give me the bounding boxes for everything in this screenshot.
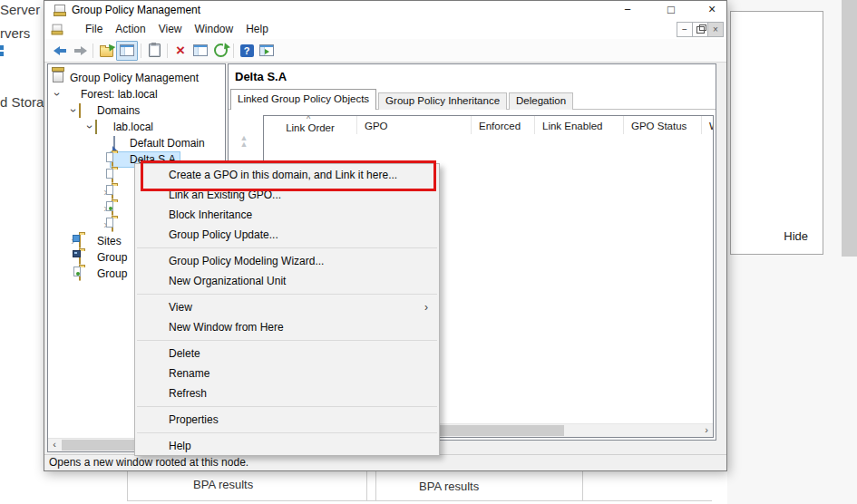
refresh-button[interactable] xyxy=(210,42,230,60)
gpmc-app-icon xyxy=(54,5,66,16)
menu-item-new-organizational-unit[interactable]: New Organizational Unit xyxy=(135,271,439,291)
menu-item-delete[interactable]: Delete xyxy=(135,344,439,363)
bpa-results-label: BPA results xyxy=(193,478,253,491)
bpa-table-divider xyxy=(127,471,128,501)
background-scroll-strip xyxy=(842,0,857,257)
refresh-icon xyxy=(214,44,228,57)
new-window-icon xyxy=(259,44,274,56)
delete-button[interactable]: × xyxy=(170,42,190,60)
menu-item-group-policy-update[interactable]: Group Policy Update... xyxy=(135,225,439,245)
domain-icon xyxy=(95,120,97,134)
context-menu: Create a GPO in this domain, and Link it… xyxy=(134,163,440,456)
help-icon: ? xyxy=(240,44,254,57)
ou-folder-icon xyxy=(112,218,113,232)
folder-up-icon xyxy=(100,47,113,57)
bpa-results-label: BPA results xyxy=(419,480,479,493)
mdi-child-icon xyxy=(52,24,63,34)
forward-button[interactable] xyxy=(70,42,90,60)
menu-item-rename[interactable]: Rename xyxy=(135,363,439,383)
clipboard-icon xyxy=(149,44,161,57)
scrollbar-thumb[interactable] xyxy=(433,425,564,436)
menu-view[interactable]: View xyxy=(152,23,189,35)
mdi-close-button[interactable]: × xyxy=(707,22,724,37)
mdi-minimize-button[interactable]: − xyxy=(677,22,693,37)
sidebar-item-fragment-rvers[interactable]: rvers xyxy=(0,25,30,41)
properties-button[interactable] xyxy=(190,42,210,60)
bpa-table-divider xyxy=(582,471,583,501)
maximize-button[interactable]: □ xyxy=(663,2,679,17)
hide-button[interactable]: Hide xyxy=(784,229,808,243)
menu-action[interactable]: Action xyxy=(109,23,151,35)
menu-item-refresh[interactable]: Refresh xyxy=(135,383,439,403)
background-detail-panel: Hide xyxy=(730,11,823,255)
properties-window-icon xyxy=(193,44,208,56)
tree-item-label: Domains xyxy=(97,104,140,117)
tab-strip: Linked Group Policy Objects Group Policy… xyxy=(230,90,575,110)
tree-item-forest-lab-local[interactable]: › Forest: lab.local xyxy=(48,86,225,102)
scroll-left-arrow[interactable]: ‹ xyxy=(48,439,61,451)
menu-item-label: View xyxy=(169,301,192,314)
tab-group-policy-inheritance[interactable]: Group Policy Inheritance xyxy=(378,92,507,110)
column-header-wmi[interactable]: W xyxy=(702,116,714,134)
annotation-highlight-box xyxy=(141,160,436,191)
tree-item-label: Group xyxy=(97,267,127,280)
minimize-button[interactable]: − xyxy=(619,2,636,17)
console-tree-icon xyxy=(120,44,134,56)
tree-item-domains[interactable]: › Domains xyxy=(48,102,225,119)
column-header-link-order[interactable]: ^ Link Order xyxy=(264,116,357,134)
tree-item-label: Group xyxy=(97,251,127,264)
menu-separator xyxy=(137,247,437,248)
toolbar-separator xyxy=(167,44,168,58)
gpo-link-icon xyxy=(113,136,115,150)
tree-item-group-policy-management[interactable]: Group Policy Management xyxy=(48,70,225,86)
menu-separator xyxy=(137,340,437,341)
mdi-restore-button[interactable] xyxy=(692,22,708,37)
menu-file[interactable]: File xyxy=(79,23,109,35)
column-header-gpo-status[interactable]: GPO Status xyxy=(624,116,702,134)
sort-ascending-icon: ^ xyxy=(307,116,310,123)
ou-folder-icon xyxy=(112,185,113,199)
new-window-button[interactable] xyxy=(257,42,277,60)
menu-separator xyxy=(137,294,437,295)
move-link-up-icon[interactable]: ▲ ▲ xyxy=(236,135,252,148)
menu-item-help[interactable]: Help xyxy=(135,436,439,456)
back-button[interactable] xyxy=(50,42,70,60)
up-one-level-button[interactable] xyxy=(96,42,116,60)
toolbar: × ? xyxy=(44,39,726,63)
partial-icon-fragment xyxy=(0,45,4,56)
menu-item-modeling-wizard[interactable]: Group Policy Modeling Wizard... xyxy=(135,251,439,271)
show-console-tree-toggle[interactable] xyxy=(116,41,138,61)
page-title: Delta S.A xyxy=(235,70,287,83)
menu-separator xyxy=(137,406,437,407)
tree-item-label: Forest: lab.local xyxy=(81,88,158,101)
tree-item-label: lab.local xyxy=(113,121,153,133)
toolbar-separator xyxy=(141,44,141,58)
menu-window[interactable]: Window xyxy=(189,23,240,35)
tree-item-label: Default Domain xyxy=(130,137,205,150)
tree-item-lab-local[interactable]: › lab.local xyxy=(48,119,225,135)
scrollbar-thumb[interactable] xyxy=(62,440,143,451)
list-header-row: ^ Link Order GPO Enforced Link Enabled G… xyxy=(264,116,713,134)
menu-item-properties[interactable]: Properties xyxy=(135,410,439,430)
scroll-right-arrow[interactable]: › xyxy=(700,424,713,436)
status-bar: Opens a new window rooted at this node. xyxy=(44,454,726,470)
tab-delegation[interactable]: Delegation xyxy=(509,92,573,110)
column-header-gpo[interactable]: GPO xyxy=(357,116,472,134)
tab-linked-group-policy-objects[interactable]: Linked Group Policy Objects xyxy=(230,89,376,110)
menu-item-new-window-from-here[interactable]: New Window from Here xyxy=(135,317,439,337)
column-header-link-enabled[interactable]: Link Enabled xyxy=(535,116,624,134)
export-list-button[interactable] xyxy=(144,42,164,60)
bpa-table-divider xyxy=(127,500,712,501)
sidebar-item-fragment-server[interactable]: Server xyxy=(0,2,40,17)
play-icon xyxy=(265,49,269,54)
help-button[interactable]: ? xyxy=(237,42,257,60)
menu-item-block-inheritance[interactable]: Block Inheritance xyxy=(135,205,439,225)
results-folder-icon xyxy=(79,267,81,281)
menu-help[interactable]: Help xyxy=(239,23,275,35)
ou-folder-icon xyxy=(112,169,113,183)
close-button[interactable]: × xyxy=(704,2,720,17)
tree-item-default-domain-policy[interactable]: Default Domain xyxy=(48,135,225,151)
menu-item-view[interactable]: View › xyxy=(135,297,439,317)
column-header-enforced[interactable]: Enforced xyxy=(472,116,535,134)
menu-bar: File Action View Window Help − × xyxy=(44,19,726,40)
